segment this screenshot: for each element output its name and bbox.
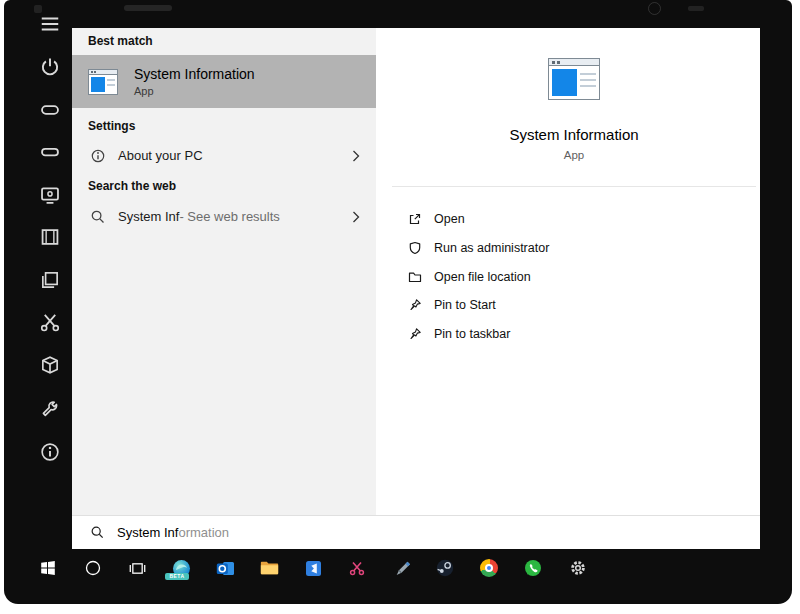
settings-section-header: Settings: [88, 119, 135, 133]
task-view-button[interactable]: [123, 554, 151, 582]
start-sidebar: [30, 0, 72, 515]
search-icon: [90, 525, 105, 540]
shield-icon: [408, 241, 422, 255]
preview-type: App: [388, 149, 760, 161]
background-artifact: [688, 6, 704, 11]
action-label: Open: [434, 212, 465, 226]
search-input-suggestion: ormation: [178, 525, 229, 540]
file-explorer-icon[interactable]: [255, 554, 283, 582]
outlook-icon[interactable]: [211, 554, 239, 582]
web-suffix-text: - See web results: [179, 209, 279, 224]
action-pin-to-taskbar[interactable]: Pin to taskbar: [408, 320, 748, 348]
overlapping-windows-icon[interactable]: [39, 269, 61, 291]
windows-logo-icon: [40, 560, 56, 576]
box-icon[interactable]: [39, 354, 61, 376]
scissors-icon[interactable]: [39, 311, 61, 333]
search-flyout: Best match System Information App: [72, 28, 760, 515]
search-preview-pane: System Information App Open Run as admin…: [388, 28, 760, 515]
action-open[interactable]: Open: [408, 205, 748, 233]
search-results-pane: Best match System Information App: [72, 28, 376, 515]
circle-icon: [84, 559, 102, 577]
best-match-title: System Information: [134, 66, 255, 82]
screen: Best match System Information App: [0, 0, 800, 614]
wrench-icon[interactable]: [39, 398, 61, 420]
edge-beta-badge: BETA: [165, 573, 189, 580]
best-match-type: App: [134, 85, 255, 97]
result-about-your-pc[interactable]: About your PC: [72, 141, 376, 170]
pin-icon: [408, 327, 422, 341]
background-artifact: [124, 5, 172, 11]
task-view-icon: [129, 560, 146, 577]
info-circle-icon: [90, 148, 106, 164]
system-information-app-icon: [88, 69, 118, 95]
taskbar: BETA: [4, 549, 792, 604]
web-section-header: Search the web: [88, 179, 176, 193]
whatsapp-icon[interactable]: [519, 554, 547, 582]
pin-icon: [408, 298, 422, 312]
blue-app-icon[interactable]: [299, 554, 327, 582]
preview-title: System Information: [388, 126, 760, 143]
best-match-result[interactable]: System Information App: [72, 55, 376, 108]
search-circle-button[interactable]: [79, 554, 107, 582]
menu-icon[interactable]: [39, 13, 61, 35]
search-input-typed: System Inf: [117, 525, 178, 540]
search-box[interactable]: System Information: [72, 515, 760, 549]
brush-app-icon[interactable]: [387, 554, 415, 582]
pill-icon[interactable]: [39, 99, 61, 121]
about-pc-label: About your PC: [118, 148, 203, 163]
search-glass-icon: [90, 209, 106, 225]
info-icon[interactable]: [39, 441, 61, 463]
folder-icon: [408, 270, 422, 284]
preview-divider: [392, 186, 756, 187]
action-label: Open file location: [434, 270, 531, 284]
action-label: Pin to taskbar: [434, 327, 510, 341]
system-information-app-icon-large: [548, 58, 600, 100]
film-icon[interactable]: [39, 226, 61, 248]
power-icon[interactable]: [39, 56, 61, 78]
action-pin-to-start[interactable]: Pin to Start: [408, 291, 748, 319]
best-match-header: Best match: [88, 34, 153, 48]
monitor-frame: Best match System Information App: [4, 0, 792, 604]
action-label: Run as administrator: [434, 241, 549, 255]
settings-icon[interactable]: [564, 554, 592, 582]
action-run-as-admin[interactable]: Run as administrator: [408, 234, 748, 262]
background-circle-artifact: [648, 2, 661, 15]
colorful-browser-icon[interactable]: [475, 554, 503, 582]
steam-icon[interactable]: [431, 554, 459, 582]
action-open-file-location[interactable]: Open file location: [408, 263, 748, 291]
pill-icon[interactable]: [39, 141, 61, 163]
scissors-app-icon[interactable]: [343, 554, 371, 582]
start-button[interactable]: [34, 554, 62, 582]
open-icon: [408, 212, 422, 226]
chevron-right-icon[interactable]: [352, 150, 360, 162]
action-label: Pin to Start: [434, 298, 496, 312]
result-web-search[interactable]: System Inf - See web results: [72, 202, 376, 231]
display-icon[interactable]: [39, 184, 61, 206]
chevron-right-icon[interactable]: [352, 211, 360, 223]
chrome-wheel: [480, 559, 498, 577]
web-query-text: System Inf: [118, 209, 179, 224]
